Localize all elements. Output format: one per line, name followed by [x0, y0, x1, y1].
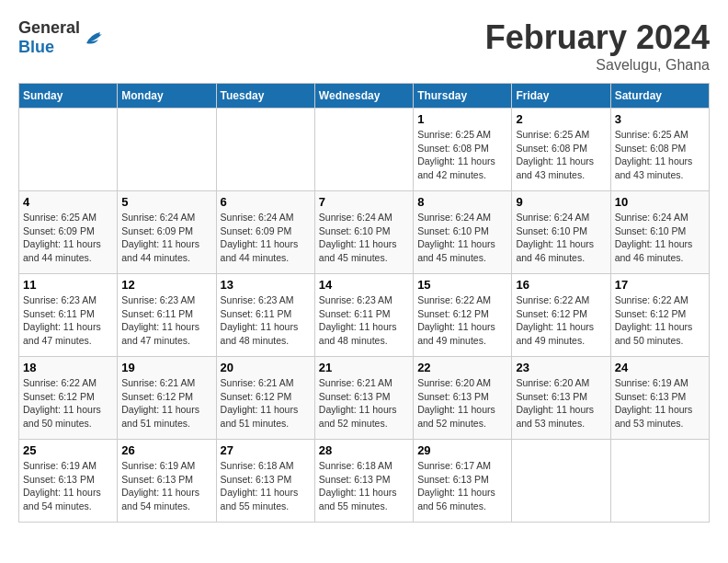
- day-info: Sunrise: 6:23 AMSunset: 6:11 PMDaylight:…: [23, 293, 113, 348]
- header-thursday: Thursday: [414, 84, 512, 109]
- logo-blue: Blue: [18, 38, 54, 56]
- calendar-cell: [19, 109, 118, 191]
- calendar-header-row: SundayMondayTuesdayWednesdayThursdayFrid…: [19, 84, 710, 109]
- day-info: Sunrise: 6:17 AMSunset: 6:13 PMDaylight:…: [417, 459, 507, 513]
- calendar-cell: 10Sunrise: 6:24 AMSunset: 6:10 PMDayligh…: [610, 191, 709, 274]
- day-number: 25: [23, 443, 113, 457]
- calendar-week-5: 25Sunrise: 6:19 AMSunset: 6:13 PMDayligh…: [19, 440, 710, 523]
- logo-text: General Blue: [18, 18, 80, 57]
- calendar-cell: 14Sunrise: 6:23 AMSunset: 6:11 PMDayligh…: [314, 274, 413, 357]
- page-header: General Blue February 2024 Savelugu, Gha…: [18, 18, 710, 74]
- header-monday: Monday: [118, 84, 216, 109]
- day-number: 14: [319, 278, 409, 292]
- day-info: Sunrise: 6:25 AMSunset: 6:09 PMDaylight:…: [23, 211, 113, 265]
- calendar-cell: [610, 440, 709, 523]
- calendar-cell: 21Sunrise: 6:21 AMSunset: 6:13 PMDayligh…: [314, 357, 413, 440]
- day-info: Sunrise: 6:24 AMSunset: 6:10 PMDaylight:…: [516, 211, 606, 265]
- header-tuesday: Tuesday: [216, 84, 314, 109]
- calendar-cell: [216, 109, 314, 191]
- calendar-cell: 22Sunrise: 6:20 AMSunset: 6:13 PMDayligh…: [414, 357, 512, 440]
- day-info: Sunrise: 6:21 AMSunset: 6:12 PMDaylight:…: [221, 376, 311, 431]
- day-number: 4: [23, 195, 113, 209]
- day-number: 1: [417, 112, 507, 126]
- logo-general: General: [18, 18, 80, 37]
- calendar-cell: 3Sunrise: 6:25 AMSunset: 6:08 PMDaylight…: [610, 109, 709, 191]
- day-info: Sunrise: 6:24 AMSunset: 6:10 PMDaylight:…: [319, 211, 409, 265]
- header-friday: Friday: [512, 84, 610, 109]
- logo-bird-icon: [82, 27, 109, 49]
- calendar-cell: 15Sunrise: 6:22 AMSunset: 6:12 PMDayligh…: [414, 274, 512, 357]
- day-number: 6: [221, 195, 311, 209]
- calendar-cell: [118, 109, 216, 191]
- day-info: Sunrise: 6:25 AMSunset: 6:08 PMDaylight:…: [516, 128, 606, 182]
- calendar-cell: 19Sunrise: 6:21 AMSunset: 6:12 PMDayligh…: [118, 357, 216, 440]
- day-number: 5: [121, 195, 211, 209]
- day-number: 24: [615, 361, 705, 374]
- day-number: 18: [23, 361, 113, 374]
- calendar-cell: 18Sunrise: 6:22 AMSunset: 6:12 PMDayligh…: [19, 357, 118, 440]
- calendar-cell: 4Sunrise: 6:25 AMSunset: 6:09 PMDaylight…: [19, 191, 118, 274]
- day-info: Sunrise: 6:19 AMSunset: 6:13 PMDaylight:…: [121, 459, 211, 513]
- day-number: 8: [417, 195, 507, 209]
- header-saturday: Saturday: [610, 84, 709, 109]
- calendar-cell: 13Sunrise: 6:23 AMSunset: 6:11 PMDayligh…: [216, 274, 314, 357]
- calendar-cell: 5Sunrise: 6:24 AMSunset: 6:09 PMDaylight…: [118, 191, 216, 274]
- calendar-cell: 1Sunrise: 6:25 AMSunset: 6:08 PMDaylight…: [414, 109, 512, 191]
- day-info: Sunrise: 6:24 AMSunset: 6:10 PMDaylight:…: [417, 211, 507, 265]
- day-number: 26: [121, 443, 211, 457]
- day-info: Sunrise: 6:24 AMSunset: 6:09 PMDaylight:…: [221, 211, 311, 265]
- day-info: Sunrise: 6:23 AMSunset: 6:11 PMDaylight:…: [319, 293, 409, 348]
- day-info: Sunrise: 6:21 AMSunset: 6:13 PMDaylight:…: [319, 376, 409, 431]
- day-info: Sunrise: 6:25 AMSunset: 6:08 PMDaylight:…: [417, 128, 507, 182]
- logo: General Blue: [18, 18, 109, 57]
- calendar-cell: 16Sunrise: 6:22 AMSunset: 6:12 PMDayligh…: [512, 274, 610, 357]
- location-subtitle: Savelugu, Ghana: [485, 57, 710, 74]
- calendar-week-3: 11Sunrise: 6:23 AMSunset: 6:11 PMDayligh…: [19, 274, 710, 357]
- day-number: 15: [417, 278, 507, 292]
- calendar-cell: 6Sunrise: 6:24 AMSunset: 6:09 PMDaylight…: [216, 191, 314, 274]
- day-info: Sunrise: 6:25 AMSunset: 6:08 PMDaylight:…: [615, 128, 705, 182]
- day-number: 19: [121, 361, 211, 374]
- calendar-cell: 20Sunrise: 6:21 AMSunset: 6:12 PMDayligh…: [216, 357, 314, 440]
- day-info: Sunrise: 6:21 AMSunset: 6:12 PMDaylight:…: [121, 376, 211, 431]
- day-info: Sunrise: 6:19 AMSunset: 6:13 PMDaylight:…: [23, 459, 113, 513]
- day-info: Sunrise: 6:23 AMSunset: 6:11 PMDaylight:…: [221, 293, 311, 348]
- day-info: Sunrise: 6:20 AMSunset: 6:13 PMDaylight:…: [516, 376, 606, 431]
- day-number: 21: [319, 361, 409, 374]
- day-info: Sunrise: 6:22 AMSunset: 6:12 PMDaylight:…: [417, 293, 507, 348]
- month-title: February 2024: [485, 18, 710, 57]
- calendar-cell: 25Sunrise: 6:19 AMSunset: 6:13 PMDayligh…: [19, 440, 118, 523]
- calendar-cell: 17Sunrise: 6:22 AMSunset: 6:12 PMDayligh…: [610, 274, 709, 357]
- calendar-cell: 27Sunrise: 6:18 AMSunset: 6:13 PMDayligh…: [216, 440, 314, 523]
- calendar-cell: 11Sunrise: 6:23 AMSunset: 6:11 PMDayligh…: [19, 274, 118, 357]
- calendar-cell: [314, 109, 413, 191]
- day-number: 7: [319, 195, 409, 209]
- day-number: 27: [221, 443, 311, 457]
- title-area: February 2024 Savelugu, Ghana: [485, 18, 710, 74]
- calendar-week-4: 18Sunrise: 6:22 AMSunset: 6:12 PMDayligh…: [19, 357, 710, 440]
- day-number: 10: [615, 195, 705, 209]
- day-number: 16: [516, 278, 606, 292]
- day-number: 9: [516, 195, 606, 209]
- header-wednesday: Wednesday: [314, 84, 413, 109]
- day-number: 12: [121, 278, 211, 292]
- calendar-week-2: 4Sunrise: 6:25 AMSunset: 6:09 PMDaylight…: [19, 191, 710, 274]
- day-number: 13: [221, 278, 311, 292]
- calendar-cell: 29Sunrise: 6:17 AMSunset: 6:13 PMDayligh…: [414, 440, 512, 523]
- calendar-cell: [512, 440, 610, 523]
- calendar-cell: 8Sunrise: 6:24 AMSunset: 6:10 PMDaylight…: [414, 191, 512, 274]
- calendar-table: SundayMondayTuesdayWednesdayThursdayFrid…: [18, 83, 710, 523]
- calendar-cell: 9Sunrise: 6:24 AMSunset: 6:10 PMDaylight…: [512, 191, 610, 274]
- calendar-cell: 12Sunrise: 6:23 AMSunset: 6:11 PMDayligh…: [118, 274, 216, 357]
- day-info: Sunrise: 6:18 AMSunset: 6:13 PMDaylight:…: [221, 459, 311, 513]
- day-info: Sunrise: 6:24 AMSunset: 6:10 PMDaylight:…: [615, 211, 705, 265]
- calendar-cell: 26Sunrise: 6:19 AMSunset: 6:13 PMDayligh…: [118, 440, 216, 523]
- day-number: 2: [516, 112, 606, 126]
- day-number: 23: [516, 361, 606, 374]
- day-info: Sunrise: 6:23 AMSunset: 6:11 PMDaylight:…: [121, 293, 211, 348]
- day-number: 29: [417, 443, 507, 457]
- day-info: Sunrise: 6:22 AMSunset: 6:12 PMDaylight:…: [23, 376, 113, 431]
- day-info: Sunrise: 6:24 AMSunset: 6:09 PMDaylight:…: [121, 211, 211, 265]
- day-info: Sunrise: 6:18 AMSunset: 6:13 PMDaylight:…: [319, 459, 409, 513]
- calendar-cell: 2Sunrise: 6:25 AMSunset: 6:08 PMDaylight…: [512, 109, 610, 191]
